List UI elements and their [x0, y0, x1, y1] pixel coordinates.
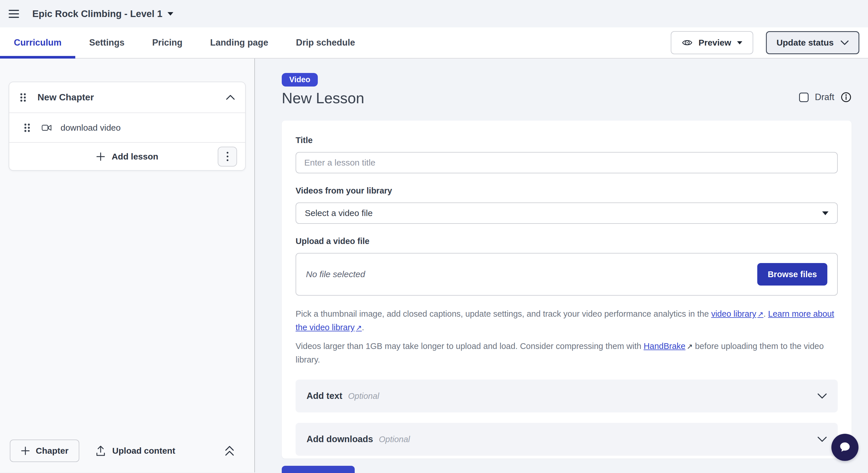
optional-label: Optional — [348, 391, 379, 401]
add-lesson-row: Add lesson — [9, 143, 245, 170]
help-text: Videos larger than 1GB may take longer t… — [296, 342, 644, 351]
add-chapter-label: Chapter — [36, 446, 68, 456]
no-file-text: No file selected — [306, 270, 365, 279]
help-text: Pick a thumbnail image, add closed capti… — [296, 309, 711, 318]
save-lesson-button[interactable]: Save lesson — [282, 466, 355, 473]
curriculum-sidebar: New Chapter download video — [0, 59, 255, 472]
plus-icon — [96, 152, 105, 161]
caret-down-icon — [737, 41, 742, 44]
lesson-header-left: Video New Lesson — [282, 73, 364, 107]
add-text-section[interactable]: Add text Optional — [296, 380, 838, 412]
tabbar-actions: Preview Update status — [671, 27, 868, 58]
external-link-icon: ↗ — [757, 310, 763, 318]
external-link-icon: ↗ — [687, 340, 693, 353]
add-chapter-button[interactable]: Chapter — [10, 440, 79, 462]
caret-down-icon — [822, 212, 829, 215]
chevron-down-icon — [817, 393, 827, 399]
file-upload-dropzone[interactable]: No file selected Browse files — [296, 253, 838, 296]
drag-handle-icon[interactable] — [24, 123, 31, 133]
chapter-menu-button[interactable] — [218, 147, 237, 166]
hamburger-menu-icon[interactable] — [9, 9, 20, 19]
sidebar-footer: Chapter Upload content — [0, 429, 254, 472]
topbar: Epic Rock Climbing - Level 1 — [0, 0, 868, 27]
course-title: Epic Rock Climbing - Level 1 — [32, 8, 162, 19]
lesson-header: Video New Lesson Draft — [282, 73, 851, 107]
link-label: video library — [711, 309, 756, 318]
lesson-item[interactable]: download video — [9, 113, 245, 143]
add-downloads-section[interactable]: Add downloads Optional — [296, 423, 838, 456]
draft-toggle-row: Draft — [799, 92, 851, 103]
upload-video-label: Upload a video file — [296, 236, 838, 246]
chevron-down-icon — [817, 437, 827, 442]
tab-settings[interactable]: Settings — [75, 27, 138, 58]
plus-icon — [21, 446, 30, 455]
video-library-link[interactable]: video library↗ — [711, 309, 763, 318]
lesson-editor: Video New Lesson Draft Title Videos from… — [255, 59, 868, 472]
video-library-selected-value: Select a video file — [305, 208, 373, 218]
tab-pricing[interactable]: Pricing — [138, 27, 196, 58]
chat-bubble-icon — [837, 440, 852, 455]
video-camera-icon — [41, 124, 52, 132]
update-status-label: Update status — [777, 38, 834, 48]
chapter-title: New Chapter — [37, 92, 94, 103]
add-lesson-label: Add lesson — [112, 152, 158, 161]
chevron-down-icon — [841, 40, 849, 45]
add-downloads-label: Add downloads — [307, 434, 373, 444]
caret-down-icon — [167, 12, 173, 15]
collapse-panel-icon[interactable] — [225, 446, 234, 456]
eye-icon — [682, 39, 693, 47]
compression-help-text: Videos larger than 1GB may take longer t… — [296, 340, 838, 366]
drag-handle-icon[interactable] — [20, 92, 27, 103]
link-label: HandBrake — [644, 342, 685, 351]
upload-content-label: Upload content — [112, 446, 175, 456]
video-library-help-text: Pick a thumbnail image, add closed capti… — [296, 307, 838, 334]
update-status-button[interactable]: Update status — [766, 31, 859, 54]
info-icon[interactable] — [841, 92, 851, 103]
page-title: New Lesson — [282, 89, 364, 107]
help-text: . — [763, 309, 768, 318]
browse-files-button[interactable]: Browse files — [757, 263, 827, 286]
external-link-icon: ↗ — [356, 324, 362, 332]
help-text: . — [362, 323, 364, 332]
preview-label: Preview — [699, 38, 731, 48]
title-label: Title — [296, 135, 838, 145]
draft-label: Draft — [815, 92, 834, 102]
lesson-title: download video — [61, 123, 121, 133]
preview-button[interactable]: Preview — [671, 31, 753, 54]
tab-curriculum[interactable]: Curriculum — [0, 27, 75, 58]
lesson-form-card: Title Videos from your library Select a … — [282, 121, 851, 459]
video-library-select[interactable]: Select a video file — [296, 202, 838, 224]
tabbar: Curriculum Settings Pricing Landing page… — [0, 27, 868, 59]
handbrake-link[interactable]: HandBrake — [644, 342, 685, 351]
chapter-card: New Chapter download video — [9, 82, 246, 171]
draft-checkbox[interactable] — [799, 93, 809, 102]
library-label: Videos from your library — [296, 186, 838, 195]
tab-drip-schedule[interactable]: Drip schedule — [282, 27, 369, 58]
chevron-up-icon[interactable] — [226, 95, 235, 100]
chapter-header[interactable]: New Chapter — [9, 82, 245, 113]
course-switcher[interactable]: Epic Rock Climbing - Level 1 — [32, 8, 173, 19]
add-lesson-button[interactable]: Add lesson — [96, 152, 158, 161]
lesson-title-input[interactable] — [296, 152, 838, 174]
tab-landing-page[interactable]: Landing page — [196, 27, 282, 58]
add-text-label: Add text — [307, 391, 342, 401]
lesson-type-badge: Video — [282, 73, 318, 87]
chat-launcher-button[interactable] — [831, 434, 859, 461]
upload-content-button[interactable]: Upload content — [95, 445, 175, 456]
upload-icon — [95, 445, 106, 456]
optional-label: Optional — [379, 435, 410, 444]
